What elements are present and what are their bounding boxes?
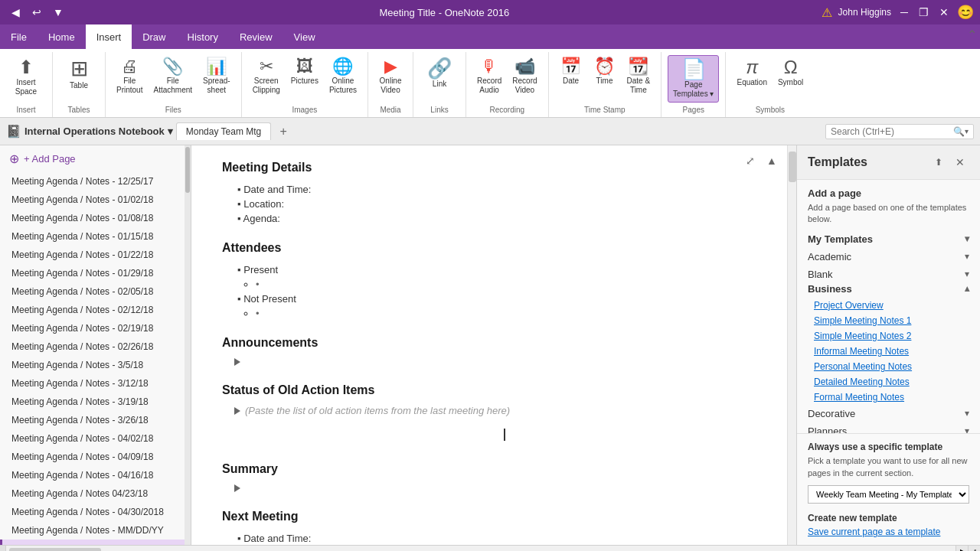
link-button[interactable]: 🔗 Link xyxy=(420,55,459,92)
templates-collapse-button[interactable]: ⬆ xyxy=(929,153,948,171)
note-vscroll[interactable] xyxy=(787,145,796,545)
decorative-header[interactable]: Decorative ▾ xyxy=(808,405,969,422)
menu-history[interactable]: History xyxy=(177,24,229,49)
time-button[interactable]: ⏰ Time xyxy=(589,55,621,89)
blank-label: Blank xyxy=(808,269,833,280)
template-detailed-meeting-notes[interactable]: Detailed Meeting Notes xyxy=(808,374,969,390)
search-icon[interactable]: 🔍 xyxy=(953,126,965,137)
menu-review[interactable]: Review xyxy=(229,24,283,49)
page-item-2[interactable]: Meeting Agenda / Notes - 01/08/18 xyxy=(0,209,185,227)
page-item-13[interactable]: Meeting Agenda / Notes - 3/26/18 xyxy=(0,411,185,429)
file-attachment-button[interactable]: 📎 FileAttachment xyxy=(149,55,197,98)
back-button[interactable]: ◀ xyxy=(6,3,24,21)
template-dropdown[interactable]: Weekly Team Meeting - My Templates xyxy=(808,485,969,504)
date-button[interactable]: 📅 Date xyxy=(555,55,587,89)
page-item-20[interactable]: Meeting Title xyxy=(0,540,185,545)
planners-header[interactable]: Planners ▾ xyxy=(808,422,969,433)
menu-file[interactable]: File xyxy=(0,24,38,49)
academic-header[interactable]: Academic ▾ xyxy=(808,248,969,266)
tab-add-button[interactable]: + xyxy=(274,122,292,141)
template-personal-meeting-notes[interactable]: Personal Meeting Notes xyxy=(808,359,969,374)
screen-clipping-button[interactable]: ✂ ScreenClipping xyxy=(248,55,285,98)
page-item-17[interactable]: Meeting Agenda / Notes 04/23/18 xyxy=(0,484,185,503)
menu-home[interactable]: Home xyxy=(38,24,86,49)
smiley-icon: 😊 xyxy=(957,4,974,21)
date-icon: 📅 xyxy=(560,58,581,75)
spreadsheet-button[interactable]: 📊 Spread-sheet xyxy=(198,55,235,98)
notebook-name: Internal Operations Notebook xyxy=(24,126,165,137)
note-scroll-up-icon[interactable]: ▲ xyxy=(763,152,781,170)
symbol-label: Symbol xyxy=(778,78,803,87)
my-templates-header[interactable]: My Templates ▾ xyxy=(808,233,969,245)
next-meeting-heading: Next Meeting xyxy=(222,510,756,523)
online-video-button[interactable]: ▶ OnlineVideo xyxy=(374,55,407,98)
online-pictures-icon: 🌐 xyxy=(332,58,353,75)
record-audio-button[interactable]: 🎙 RecordAudio xyxy=(472,55,506,98)
ribbon-group-timestamp: 📅 Date ⏰ Time 📆 Date &Time Time Stamp xyxy=(549,52,662,117)
page-item-6[interactable]: Meeting Agenda / Notes - 02/05/18 xyxy=(0,282,185,301)
note-content[interactable]: ⤢ ▲ Meeting Details Date and Time: Locat… xyxy=(191,145,787,545)
template-simple-meeting-notes-2[interactable]: Simple Meeting Notes 2 xyxy=(808,328,969,344)
page-templates-button[interactable]: 📄 PageTemplates ▾ xyxy=(668,55,719,103)
redo-dropdown[interactable]: ▼ xyxy=(49,3,67,21)
search-settings-icon[interactable]: ▾ xyxy=(965,127,969,135)
page-item-15[interactable]: Meeting Agenda / Notes - 04/09/18 xyxy=(0,448,185,466)
menu-draw[interactable]: Draw xyxy=(132,24,176,49)
page-item-0[interactable]: Meeting Agenda / Notes - 12/25/17 xyxy=(0,172,185,191)
equation-button[interactable]: π Equation xyxy=(732,55,771,90)
page-item-7[interactable]: Meeting Agenda / Notes - 02/12/18 xyxy=(0,301,185,319)
summary-arrow[interactable] xyxy=(234,484,240,492)
menu-insert[interactable]: Insert xyxy=(86,24,132,49)
add-page-button[interactable]: ⊕ + Add Page xyxy=(0,145,185,172)
page-item-18[interactable]: Meeting Agenda / Notes - 04/30/2018 xyxy=(0,503,185,521)
blank-header[interactable]: Blank ▾ xyxy=(808,266,969,283)
summary-heading: Summary xyxy=(222,462,756,476)
undo-button[interactable]: ↩ xyxy=(28,3,46,21)
date-time-button[interactable]: 📆 Date &Time xyxy=(622,55,655,98)
hscroll-right-btn[interactable]: ▶ xyxy=(956,546,968,551)
note-expand-icon[interactable]: ⤢ xyxy=(741,152,760,170)
menu-view[interactable]: View xyxy=(283,24,326,49)
template-simple-meeting-notes-1[interactable]: Simple Meeting Notes 1 xyxy=(808,313,969,328)
page-item-10[interactable]: Meeting Agenda / Notes - 3/5/18 xyxy=(0,356,185,374)
file-printout-button[interactable]: 🖨 FilePrintout xyxy=(112,55,147,98)
bottom-scrollbar[interactable] xyxy=(6,546,956,551)
hscroll-expand-btn[interactable]: ⤢ xyxy=(968,546,980,551)
close-button[interactable]: ✕ xyxy=(937,5,951,19)
notebook-icon: 📓 xyxy=(6,124,21,139)
symbol-button[interactable]: Ω Symbol xyxy=(773,55,808,90)
record-video-button[interactable]: 📹 RecordVideo xyxy=(508,55,541,98)
insert-space-button[interactable]: ⬆ InsertSpace xyxy=(6,55,46,99)
template-formal-meeting-notes[interactable]: Formal Meeting Notes xyxy=(808,390,969,405)
pictures-button[interactable]: 🖼 Pictures xyxy=(286,55,323,89)
online-pictures-button[interactable]: 🌐 OnlinePictures xyxy=(325,55,361,98)
notebook-tab[interactable]: Monday Team Mtg xyxy=(176,122,272,140)
page-item-8[interactable]: Meeting Agenda / Notes - 02/19/18 xyxy=(0,319,185,337)
save-template-link[interactable]: Save current page as a template xyxy=(808,527,940,537)
page-item-4[interactable]: Meeting Agenda / Notes - 01/22/18 xyxy=(0,246,185,264)
minimize-button[interactable]: ─ xyxy=(897,5,911,19)
restore-button[interactable]: ❐ xyxy=(917,5,931,19)
page-list-vscroll[interactable] xyxy=(185,145,191,545)
page-item-9[interactable]: Meeting Agenda / Notes - 02/26/18 xyxy=(0,337,185,356)
academic-label: Academic xyxy=(808,251,851,262)
page-item-19[interactable]: Meeting Agenda / Notes - MM/DD/YY xyxy=(0,521,185,540)
business-header[interactable]: Business ▴ xyxy=(808,283,969,295)
table-button[interactable]: ⊞ Table xyxy=(59,55,99,93)
notebook-title[interactable]: 📓 Internal Operations Notebook ▾ xyxy=(6,124,173,139)
template-informal-meeting-notes[interactable]: Informal Meeting Notes xyxy=(808,344,969,359)
search-input[interactable] xyxy=(831,126,953,137)
templates-close-button[interactable]: ✕ xyxy=(951,153,969,171)
page-item-5[interactable]: Meeting Agenda / Notes - 01/29/18 xyxy=(0,264,185,282)
page-item-14[interactable]: Meeting Agenda / Notes - 04/02/18 xyxy=(0,429,185,448)
page-item-12[interactable]: Meeting Agenda / Notes - 3/19/18 xyxy=(0,393,185,411)
page-item-11[interactable]: Meeting Agenda / Notes - 3/12/18 xyxy=(0,374,185,393)
page-item-1[interactable]: Meeting Agenda / Notes - 01/02/18 xyxy=(0,191,185,209)
template-project-overview[interactable]: Project Overview xyxy=(808,298,969,313)
page-item-3[interactable]: Meeting Agenda / Notes - 01/15/18 xyxy=(0,227,185,246)
page-item-16[interactable]: Meeting Agenda / Notes - 04/16/18 xyxy=(0,466,185,484)
ribbon-collapse-button[interactable]: ⌃ xyxy=(964,24,980,42)
announcements-arrow[interactable] xyxy=(234,358,240,366)
status-arrow[interactable] xyxy=(234,407,240,415)
ribbon-group-links: 🔗 Link Links xyxy=(413,52,466,117)
